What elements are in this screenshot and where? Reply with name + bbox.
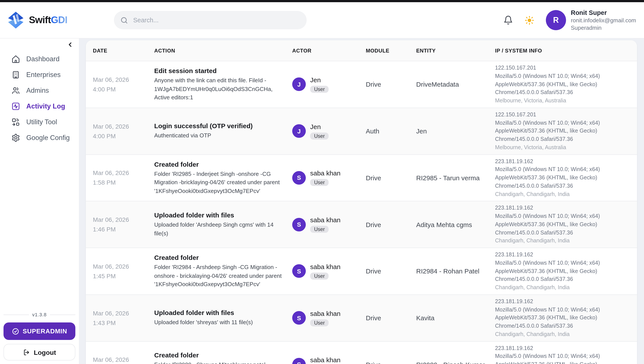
sidebar-item-activity-log[interactable]: Activity Log bbox=[0, 98, 79, 114]
action-title: Uploaded folder with files bbox=[154, 309, 283, 316]
sidebar-item-google-config[interactable]: Google Config bbox=[0, 130, 79, 146]
search-input[interactable] bbox=[132, 16, 301, 24]
ip-info-line: Mozilla/5.0 (Windows NT 10.0; Win64; x64… bbox=[495, 212, 630, 220]
brand-name: SwiftGDI bbox=[29, 14, 67, 26]
bell-icon bbox=[503, 15, 513, 25]
table-row: Mar 06, 20264:00 PMLogin successful (OTP… bbox=[86, 108, 637, 155]
cell-actor: Ssaba khanUser bbox=[292, 170, 366, 186]
users-icon bbox=[12, 86, 20, 95]
cell-action: Login successful (OTP verified)Authentic… bbox=[154, 122, 292, 140]
ip-info-line: 122.150.167.201 bbox=[495, 111, 630, 119]
date-text: Mar 06, 2026 bbox=[93, 168, 151, 178]
window-top-strip bbox=[0, 0, 644, 2]
action-title: Edit session started bbox=[154, 67, 283, 74]
cell-actor: Ssaba khanUser bbox=[292, 216, 366, 233]
date-text: Mar 06, 2026 bbox=[93, 122, 151, 131]
action-title: Uploaded folder with files bbox=[154, 211, 283, 219]
column-header-date: DATE bbox=[93, 48, 154, 54]
ip-info-line: Chrome/145.0.0.0 Safari/537.36 bbox=[495, 182, 630, 190]
time-text: 4:00 PM bbox=[93, 131, 151, 141]
search-bar bbox=[114, 11, 307, 29]
action-title: Created folder bbox=[154, 254, 283, 261]
ip-info-line: Chrome/145.0.0.0 Safari/537.36 bbox=[495, 276, 630, 284]
sidebar-item-label: Google Config bbox=[26, 134, 70, 142]
ip-info-line: AppleWebKit/537.36 (KHTML, like Gecko) bbox=[495, 80, 630, 88]
ip-info-line: 223.181.19.162 bbox=[495, 344, 630, 352]
superadmin-button[interactable]: SUPERADMIN bbox=[4, 322, 75, 340]
activity-icon bbox=[12, 102, 20, 111]
sidebar-item-enterprises[interactable]: Enterprises bbox=[0, 67, 79, 83]
action-description: Folder 'RI2985 - Inderjeet Singh -onshor… bbox=[154, 170, 283, 195]
column-header-ip-system-info: IP / SYSTEM INFO bbox=[495, 48, 630, 54]
actor-role-badge: User bbox=[310, 179, 329, 186]
table-header-row: DATEACTIONACTORMODULEENTITYIP / SYSTEM I… bbox=[86, 40, 637, 61]
user-name: Ronit Super bbox=[571, 9, 636, 16]
actor-name: saba khan bbox=[310, 170, 340, 178]
action-title: Created folder bbox=[154, 160, 283, 168]
logout-button[interactable]: Logout bbox=[4, 344, 75, 360]
column-header-action: ACTION bbox=[154, 48, 292, 54]
table-row: Mar 06, 20261:58 PMCreated folderFolder … bbox=[86, 155, 637, 202]
cell-actor: Ssaba khanUser bbox=[292, 356, 366, 364]
ip-info-line: Chrome/145.0.0.0 Safari/537.36 bbox=[495, 135, 630, 144]
cell-date: Mar 06, 20261:45 PM bbox=[93, 262, 154, 281]
sidebar-item-label: Admins bbox=[26, 86, 49, 94]
column-header-module: MODULE bbox=[366, 48, 416, 54]
ip-info-line: 223.181.19.162 bbox=[495, 298, 630, 306]
sidebar-item-admins[interactable]: Admins bbox=[0, 83, 79, 98]
ip-info-line: Mozilla/5.0 (Windows NT 10.0; Win64; x64… bbox=[495, 352, 630, 361]
location-text: Chandigarh, Chandigarh, India bbox=[495, 330, 630, 338]
sidebar-item-dashboard[interactable]: Dashboard bbox=[0, 51, 79, 67]
search-icon bbox=[120, 16, 128, 24]
actor-role-badge: User bbox=[310, 272, 329, 280]
cell-date: Mar 06, 20261:46 PM bbox=[93, 215, 154, 234]
ip-info-line: AppleWebKit/537.36 (KHTML, like Gecko) bbox=[495, 127, 630, 136]
topbar-actions: R Ronit Super ronit.infodelix@gmail.com … bbox=[503, 9, 636, 31]
actor-role-badge: User bbox=[310, 132, 329, 139]
column-header-actor: ACTOR bbox=[292, 48, 366, 54]
action-description: Uploaded folder 'shreyas' with 11 file(s… bbox=[154, 318, 283, 327]
ip-info-line: Chrome/145.0.0.0 Safari/537.36 bbox=[495, 228, 630, 237]
ip-info-line: AppleWebKit/537.36 (KHTML, like Gecko) bbox=[495, 314, 630, 322]
cell-ip-system-info: 223.181.19.162Mozilla/5.0 (Windows NT 10… bbox=[495, 204, 630, 245]
ip-info-line: Mozilla/5.0 (Windows NT 10.0; Win64; x64… bbox=[495, 259, 630, 267]
cell-action: Created folderFolder 'RI2989 - Shreyas M… bbox=[154, 352, 292, 364]
actor-avatar: S bbox=[292, 311, 306, 324]
gear-icon bbox=[12, 134, 20, 142]
sidebar-bottom: v1.3.8 SUPERADMIN Logout bbox=[0, 312, 79, 364]
actor-role-badge: User bbox=[310, 319, 329, 326]
topbar: SwiftGDI R Ronit Super ronit.infodelix@g… bbox=[0, 2, 644, 38]
brand[interactable]: SwiftGDI bbox=[7, 11, 94, 29]
ip-info-line: AppleWebKit/537.36 (KHTML, like Gecko) bbox=[495, 174, 630, 182]
check-circle-icon bbox=[12, 328, 19, 335]
cell-entity: DriveMetadata bbox=[416, 81, 495, 88]
actor-name: Jen bbox=[310, 76, 329, 84]
location-text: Melbourne, Victoria, Australia bbox=[495, 144, 630, 152]
sidebar-collapse-button[interactable] bbox=[67, 41, 74, 48]
date-text: Mar 06, 2026 bbox=[93, 355, 151, 364]
table-row: Mar 06, 20261:46 PMUploaded folder with … bbox=[86, 202, 637, 248]
theme-toggle-button[interactable] bbox=[524, 15, 534, 25]
cell-ip-system-info: 223.181.19.162Mozilla/5.0 (Windows NT 10… bbox=[495, 298, 630, 338]
sidebar: DashboardEnterprisesAdminsActivity LogUt… bbox=[0, 38, 79, 364]
actor-avatar: S bbox=[292, 171, 306, 184]
date-text: Mar 06, 2026 bbox=[93, 215, 151, 224]
cell-entity: RI2984 - Rohan Patel bbox=[416, 268, 495, 275]
action-title: Created folder bbox=[154, 352, 283, 359]
ip-info-line: AppleWebKit/537.36 (KHTML, like Gecko) bbox=[495, 360, 630, 364]
sidebar-item-utility-tool[interactable]: Utility Tool bbox=[0, 114, 79, 130]
actor-avatar: J bbox=[292, 78, 306, 91]
building-icon bbox=[12, 70, 20, 79]
action-description: Folder 'RI2989 - Shreyas Miteshkumar pat… bbox=[154, 361, 283, 364]
main-content: DATEACTIONACTORMODULEENTITYIP / SYSTEM I… bbox=[86, 40, 637, 364]
app-root: SwiftGDI R Ronit Super ronit.infodelix@g… bbox=[0, 0, 644, 364]
home-icon bbox=[12, 55, 20, 64]
user-menu[interactable]: R Ronit Super ronit.infodelix@gmail.com … bbox=[546, 9, 636, 31]
action-description: Anyone with the link can edit this file.… bbox=[154, 76, 283, 102]
cell-entity: Aditya Mehta cgms bbox=[416, 221, 495, 228]
avatar: R bbox=[546, 10, 566, 30]
cell-ip-system-info: 223.181.19.162Mozilla/5.0 (Windows NT 10… bbox=[495, 344, 630, 364]
location-text: Chandigarh, Chandigarh, India bbox=[495, 237, 630, 245]
actor-avatar: S bbox=[292, 358, 306, 364]
notifications-button[interactable] bbox=[503, 15, 513, 25]
